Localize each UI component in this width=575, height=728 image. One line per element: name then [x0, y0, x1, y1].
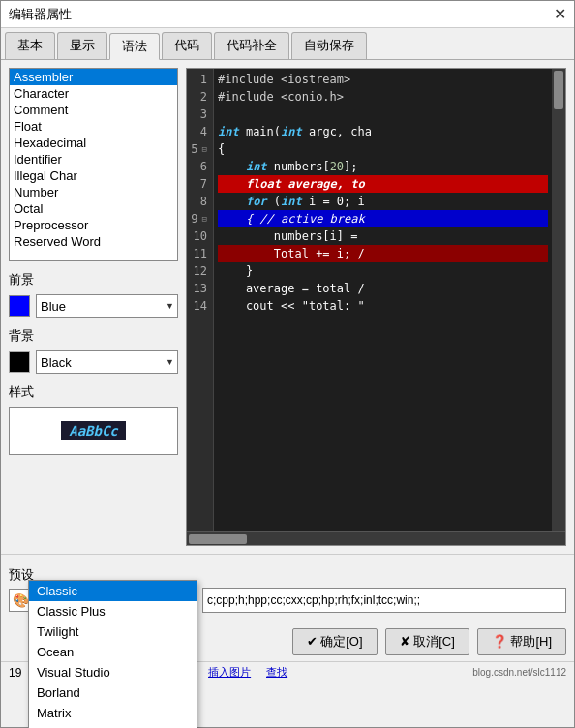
- line-num-2: 2: [189, 88, 211, 106]
- line-num-14: 14: [189, 297, 211, 315]
- dropdown-item-visual-studio[interactable]: Visual Studio: [29, 662, 197, 682]
- background-select-wrapper: Black White Blue Red: [36, 350, 178, 374]
- dropdown-item-classic[interactable]: Classic: [29, 581, 197, 601]
- code-scrollbar-horizontal[interactable]: [187, 531, 565, 545]
- footer-links: 插入图片 查找: [208, 665, 288, 680]
- dialog: 编辑器属性 ✕ 基本 显示 语法 代码 代码补全 自动保存 Assembler …: [0, 0, 575, 728]
- syntax-item-hexadecimal[interactable]: Hexadecimal: [10, 135, 177, 151]
- foreground-select-wrapper: Blue Black White Red Green: [36, 294, 178, 318]
- syntax-item-reservedword[interactable]: Reserved Word: [10, 233, 177, 250]
- syntax-item-number[interactable]: Number: [10, 184, 177, 200]
- tab-autocomplete[interactable]: 代码补全: [214, 32, 289, 59]
- line-num-3: 3: [189, 106, 211, 123]
- code-line-14: cout << "total: ": [218, 297, 548, 315]
- background-select[interactable]: Black White Blue Red: [36, 350, 178, 374]
- help-button[interactable]: ❓ 帮助[H]: [477, 628, 566, 655]
- file-extensions-input[interactable]: [202, 588, 566, 613]
- close-button[interactable]: ✕: [554, 7, 566, 22]
- code-line-9: { // active break: [218, 210, 548, 228]
- dropdown-item-twilight[interactable]: Twilight: [29, 622, 197, 642]
- scrollbar-v-thumb[interactable]: [554, 71, 563, 109]
- title-bar: 编辑器属性 ✕: [1, 1, 574, 28]
- code-line-12: }: [218, 262, 548, 280]
- code-preview: 1 2 3 4 5⊟ 6 7 8 9⊟ 10 11 12 13 14: [186, 68, 566, 546]
- syntax-item-float[interactable]: Float: [10, 118, 177, 135]
- search-link[interactable]: 查找: [266, 665, 288, 680]
- palette-icon: 🎨: [13, 592, 29, 608]
- line-num-13: 13: [189, 280, 211, 297]
- tab-syntax[interactable]: 语法: [109, 33, 160, 60]
- foreground-row: Blue Black White Red Green: [9, 294, 178, 318]
- line-num-12: 12: [189, 262, 211, 280]
- code-content-area: #include <iostream> #include <conio.h> i…: [214, 69, 552, 531]
- dropdown-item-matrix[interactable]: Matrix: [29, 703, 197, 723]
- preset-dropdown-overlay: Classic Classic Plus Twilight Ocean Visu…: [28, 580, 197, 728]
- code-lines: 1 2 3 4 5⊟ 6 7 8 9⊟ 10 11 12 13 14: [187, 69, 565, 531]
- code-line-8: for ( int i = 0; i: [218, 193, 548, 210]
- background-row: Black White Blue Red: [9, 350, 178, 374]
- line-num-10: 10: [189, 228, 211, 245]
- tab-display[interactable]: 显示: [57, 32, 107, 59]
- tab-basic[interactable]: 基本: [5, 32, 55, 59]
- foreground-select[interactable]: Blue Black White Red Green: [36, 294, 178, 318]
- background-swatch: [9, 351, 30, 373]
- syntax-item-octal[interactable]: Octal: [10, 200, 177, 217]
- syntax-item-illegalchar[interactable]: Illegal Char: [10, 167, 177, 184]
- code-line-3: [218, 106, 548, 123]
- syntax-item-preprocessor[interactable]: Preprocessor: [10, 217, 177, 233]
- code-line-1: #include <iostream>: [218, 71, 548, 88]
- background-label: 背景: [9, 327, 178, 345]
- insert-image-link[interactable]: 插入图片: [208, 665, 251, 680]
- line-num-5: 5⊟: [189, 140, 211, 158]
- code-line-5: {: [218, 140, 548, 158]
- code-line-4: int main( int argc, cha: [218, 123, 548, 140]
- dialog-title: 编辑器属性: [9, 6, 72, 23]
- cancel-button[interactable]: ✘ 取消[C]: [385, 628, 469, 655]
- line-num-1: 1: [189, 71, 211, 88]
- left-panel: Assembler Character Comment Float Hexade…: [9, 68, 178, 546]
- style-box: AaBbCc: [9, 407, 178, 455]
- syntax-item-comment[interactable]: Comment: [10, 102, 177, 118]
- dropdown-item-ocean[interactable]: Ocean: [29, 642, 197, 662]
- line-num-6: 6: [189, 158, 211, 175]
- code-line-7: float average, to: [218, 175, 548, 193]
- foreground-swatch: [9, 295, 30, 317]
- syntax-item-assembler[interactable]: Assembler: [10, 69, 177, 85]
- scrollbar-h-thumb[interactable]: [189, 534, 247, 544]
- tab-code[interactable]: 代码: [162, 32, 212, 59]
- tabs-bar: 基本 显示 语法 代码 代码补全 自动保存: [1, 28, 574, 60]
- blog-link: blog.csdn.net/slc1112: [472, 667, 566, 678]
- line-num-8: 8: [189, 193, 211, 210]
- line-numbers: 1 2 3 4 5⊟ 6 7 8 9⊟ 10 11 12 13 14: [187, 69, 214, 531]
- code-line-11: Total += i; /: [218, 245, 548, 262]
- code-line-10: numbers[i] =: [218, 228, 548, 245]
- code-line-2: #include <conio.h>: [218, 88, 548, 106]
- code-scrollbar-vertical[interactable]: [552, 69, 565, 531]
- dropdown-item-classic-plus[interactable]: Classic Plus: [29, 601, 197, 622]
- line-number: 19: [9, 666, 21, 680]
- syntax-listbox[interactable]: Assembler Character Comment Float Hexade…: [9, 68, 178, 261]
- code-line-6: int numbers[ 20 ];: [218, 158, 548, 175]
- line-num-11: 11: [189, 245, 211, 262]
- ok-button[interactable]: ✔ 确定[O]: [292, 628, 378, 655]
- syntax-item-identifier[interactable]: Identifier: [10, 151, 177, 167]
- line-num-9: 9⊟: [189, 210, 211, 228]
- main-content: Assembler Character Comment Float Hexade…: [1, 60, 574, 554]
- dropdown-item-borland[interactable]: Borland: [29, 682, 197, 703]
- style-preview: AaBbCc: [61, 421, 126, 440]
- code-view: 1 2 3 4 5⊟ 6 7 8 9⊟ 10 11 12 13 14: [187, 69, 565, 545]
- style-label: 样式: [9, 383, 178, 401]
- foreground-label: 前景: [9, 271, 178, 288]
- line-num-7: 7: [189, 175, 211, 193]
- dropdown-item-obsidian[interactable]: Obsidian: [29, 723, 197, 728]
- tab-autosave[interactable]: 自动保存: [291, 32, 367, 59]
- syntax-item-character[interactable]: Character: [10, 85, 177, 102]
- line-num-4: 4: [189, 123, 211, 140]
- code-line-13: average = total /: [218, 280, 548, 297]
